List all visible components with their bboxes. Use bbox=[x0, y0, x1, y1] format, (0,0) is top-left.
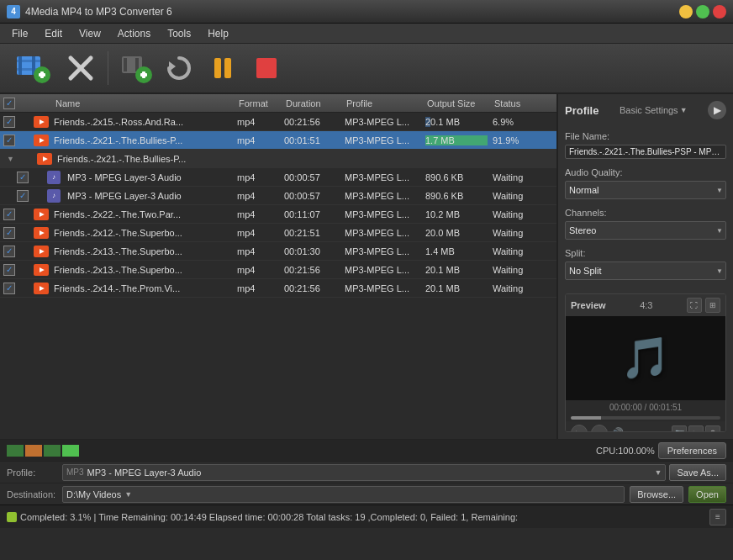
split-select[interactable]: No Split By Size By Time bbox=[565, 262, 726, 280]
volume-slider[interactable] bbox=[627, 431, 668, 432]
mini-bar-3 bbox=[44, 445, 61, 457]
table-row[interactable]: ▶ Friends.-.2x22.-.The.Two.Par... mp4 00… bbox=[0, 205, 556, 224]
table-row[interactable]: ▼ ▶ Friends.-.2x21.-.The.Bullies-P... bbox=[0, 150, 556, 168]
browse-button[interactable]: Browse... bbox=[630, 486, 683, 503]
file-name: Friends.-.2x14.-.The.Prom.Vi... bbox=[54, 283, 237, 293]
row-checkbox[interactable] bbox=[3, 209, 15, 220]
menu-help[interactable]: Help bbox=[199, 26, 237, 41]
file-format: mp4 bbox=[237, 283, 284, 293]
file-profile: MP3-MPEG L... bbox=[345, 191, 425, 201]
menu-file[interactable]: File bbox=[3, 26, 36, 41]
file-duration: 00:00:57 bbox=[284, 191, 345, 201]
profile-value: MP3 - MPEG Layer-3 Audio bbox=[87, 468, 655, 478]
close-button[interactable] bbox=[713, 5, 726, 18]
destination-label: Destination: bbox=[7, 489, 57, 499]
table-row[interactable]: ▶ Friends.-.2x15.-.Ross.And.Ra... mp4 00… bbox=[0, 113, 556, 131]
file-status: Waiting bbox=[493, 209, 553, 219]
file-type-icon: ▶ bbox=[34, 116, 49, 128]
file-duration: 00:21:51 bbox=[284, 228, 345, 238]
seek-bar[interactable] bbox=[571, 416, 720, 420]
file-name: Friends.-.2x13.-.The.Superbo... bbox=[54, 246, 237, 256]
table-row[interactable]: ♪ MP3 - MPEG Layer-3 Audio mp4 00:00:57 … bbox=[0, 187, 556, 205]
screenshot-icon[interactable]: 📷 bbox=[672, 425, 687, 432]
header-profile: Profile bbox=[345, 98, 425, 108]
stop-button[interactable] bbox=[246, 48, 287, 88]
row-checkbox[interactable] bbox=[3, 246, 15, 257]
preview-settings-icon[interactable]: ⊞ bbox=[705, 298, 720, 313]
file-status: Waiting bbox=[493, 191, 553, 201]
menu-tools[interactable]: Tools bbox=[159, 26, 199, 41]
table-row[interactable]: ▶ Friends.-.2x13.-.The.Superbo... mp4 00… bbox=[0, 261, 556, 279]
file-type-icon: ▶ bbox=[34, 246, 49, 257]
filename-label: File Name: bbox=[565, 131, 726, 141]
table-row[interactable]: ▶ Friends.-.2x13.-.The.Superbo... mp4 00… bbox=[0, 242, 556, 261]
file-size: 20.1 MB bbox=[425, 283, 493, 293]
toolbar bbox=[0, 44, 733, 94]
file-name: Friends.-.2x22.-.The.Two.Par... bbox=[54, 209, 237, 219]
add-subtitle-button[interactable] bbox=[115, 48, 156, 88]
panel-next-button[interactable]: ▶ bbox=[708, 101, 726, 119]
select-all-checkbox[interactable] bbox=[3, 98, 15, 109]
file-duration: 00:21:56 bbox=[284, 265, 345, 275]
mp3-badge: MP3 bbox=[66, 468, 84, 477]
add-video-button[interactable] bbox=[7, 48, 57, 88]
maximize-button[interactable] bbox=[696, 5, 709, 18]
remove-button[interactable] bbox=[61, 48, 101, 88]
file-size: 890.6 KB bbox=[425, 172, 493, 182]
menu-actions[interactable]: Actions bbox=[109, 26, 159, 41]
audio-quality-select[interactable]: Normal High Low bbox=[565, 181, 726, 199]
preferences-button[interactable]: Preferences bbox=[658, 442, 726, 459]
file-size: 20.1 MB bbox=[425, 265, 493, 275]
file-duration: 00:21:56 bbox=[284, 117, 345, 127]
channels-wrap: Stereo Mono bbox=[565, 221, 726, 240]
file-duration: 00:01:30 bbox=[284, 246, 345, 256]
table-row[interactable]: ▶ Friends.-.2x12.-.The.Superbo... mp4 00… bbox=[0, 224, 556, 242]
row-checkbox[interactable] bbox=[3, 135, 15, 146]
svg-rect-11 bbox=[124, 58, 127, 71]
profile-label: Profile: bbox=[7, 468, 57, 478]
row-checkbox[interactable] bbox=[17, 172, 29, 183]
menu-edit[interactable]: Edit bbox=[36, 26, 71, 41]
row-checkbox[interactable] bbox=[17, 190, 29, 202]
preview-header: Preview 4:3 ⛶ ⊞ bbox=[566, 294, 725, 316]
row-checkbox[interactable] bbox=[3, 227, 15, 239]
file-profile: MP3-MPEG L... bbox=[345, 283, 425, 293]
header-duration: Duration bbox=[284, 98, 345, 108]
file-name: Friends.-.2x15.-.Ross.And.Ra... bbox=[54, 117, 237, 127]
file-profile: MP3-MPEG L... bbox=[345, 228, 425, 238]
stop-preview-button[interactable]: ■ bbox=[591, 425, 608, 432]
mini-bar-2 bbox=[25, 445, 42, 457]
channels-section: Channels: Stereo Mono bbox=[565, 204, 726, 240]
expand-icon[interactable]: ▼ bbox=[7, 155, 14, 163]
row-checkbox[interactable] bbox=[3, 283, 15, 294]
save-as-button[interactable]: Save As... bbox=[669, 464, 726, 481]
table-row[interactable]: ▶ Friends.-.2x21.-.The.Bullies-P... mp4 … bbox=[0, 131, 556, 150]
channels-select[interactable]: Stereo Mono bbox=[565, 221, 726, 240]
clip-icon[interactable]: ✂ bbox=[688, 425, 704, 432]
file-name: MP3 - MPEG Layer-3 Audio bbox=[67, 191, 237, 201]
row-checkbox[interactable] bbox=[3, 116, 15, 128]
status-log-button[interactable]: ≡ bbox=[709, 509, 726, 526]
refresh-button[interactable] bbox=[159, 48, 199, 88]
volume-icon[interactable]: 🔊 bbox=[611, 427, 624, 432]
file-format: mp4 bbox=[237, 191, 284, 201]
menu-view[interactable]: View bbox=[71, 26, 109, 41]
table-row[interactable]: ♪ MP3 - MPEG Layer-3 Audio mp4 00:00:57 … bbox=[0, 168, 556, 187]
basic-settings-link[interactable]: Basic Settings ▼ bbox=[620, 105, 688, 115]
seek-bar-area bbox=[566, 415, 725, 421]
file-duration: 00:01:51 bbox=[284, 135, 345, 145]
filename-section: File Name: Friends.-.2x21.-.The.Bullies-… bbox=[565, 128, 726, 159]
table-row[interactable]: ▶ Friends.-.2x14.-.The.Prom.Vi... mp4 00… bbox=[0, 279, 556, 298]
row-checkbox[interactable] bbox=[3, 264, 15, 276]
settings-icon[interactable]: ⚙ bbox=[705, 425, 720, 432]
pause-button[interactable] bbox=[203, 48, 243, 88]
preview-controls: ▶ ■ 🔊 📷 ✂ ⚙ bbox=[566, 421, 725, 432]
open-button[interactable]: Open bbox=[688, 486, 726, 503]
audio-quality-wrap: Normal High Low bbox=[565, 181, 726, 199]
destination-input-area[interactable]: D:\My Videos ▼ bbox=[62, 486, 625, 503]
play-button[interactable]: ▶ bbox=[571, 425, 588, 432]
preview-expand-icon[interactable]: ⛶ bbox=[687, 298, 702, 313]
minimize-button[interactable] bbox=[679, 5, 693, 18]
mini-bar-4 bbox=[62, 445, 79, 457]
preview-extra-icons: 📷 ✂ ⚙ bbox=[672, 425, 720, 432]
